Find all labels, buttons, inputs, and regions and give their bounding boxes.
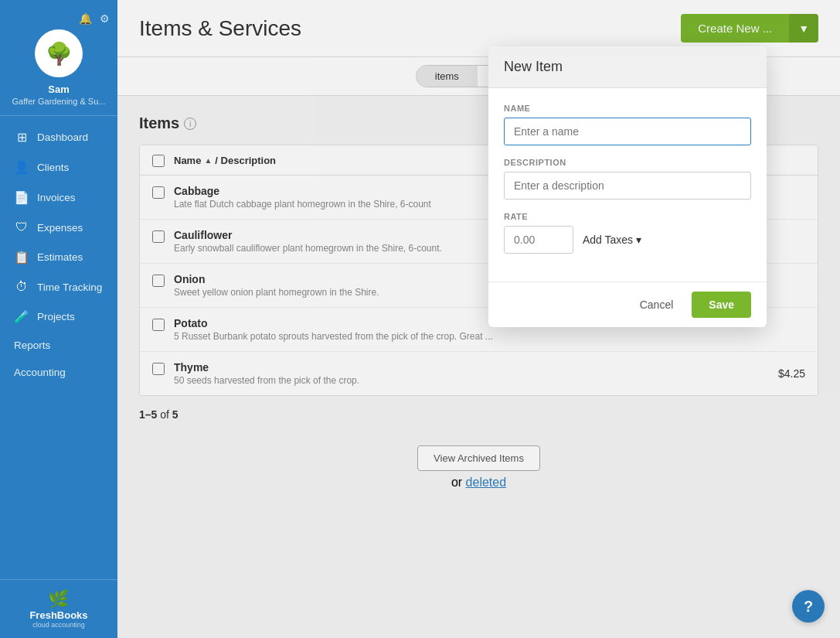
sidebar-item-expenses[interactable]: 🛡 Expenses: [0, 213, 117, 242]
description-input[interactable]: [504, 172, 751, 200]
notification-icon[interactable]: 🔔: [79, 12, 92, 25]
sidebar-item-dashboard[interactable]: ⊞ Dashboard: [0, 122, 117, 152]
freshbooks-logo: 🌿 FreshBooks cloud accounting: [29, 589, 87, 629]
sidebar-bottom: 🌿 FreshBooks cloud accounting: [0, 579, 117, 638]
sidebar-item-reports[interactable]: Reports: [0, 332, 117, 359]
sidebar-item-time-tracking[interactable]: ⏱ Time Tracking: [0, 272, 117, 302]
projects-icon: 🧪: [14, 309, 29, 324]
main-content: Items & Services Create New ... ▼ items …: [117, 0, 840, 638]
logo-tree-icon: 🌳: [46, 41, 73, 67]
add-taxes-button[interactable]: Add Taxes ▾: [583, 234, 641, 246]
sidebar-item-estimates[interactable]: 📋 Estimates: [0, 242, 117, 272]
rate-row: Add Taxes ▾: [504, 226, 751, 254]
sidebar-item-label: Expenses: [37, 222, 83, 234]
rate-label: RATE: [504, 212, 751, 221]
add-taxes-label: Add Taxes: [583, 234, 633, 246]
sidebar-item-projects[interactable]: 🧪 Projects: [0, 302, 117, 332]
rate-input[interactable]: [504, 226, 573, 254]
company-name: Gaffer Gardening & Su...: [12, 97, 106, 106]
sidebar-item-accounting[interactable]: Accounting: [0, 359, 117, 386]
company-logo: 🌳: [35, 29, 83, 77]
save-button[interactable]: Save: [692, 292, 751, 318]
sidebar-nav: ⊞ Dashboard 👤 Clients 📄 Invoices 🛡 Expen…: [0, 116, 117, 579]
new-item-modal: New Item NAME DESCRIPTION RATE Add Taxes…: [488, 46, 767, 327]
estimates-icon: 📋: [14, 250, 29, 264]
modal-footer: Cancel Save: [488, 281, 767, 327]
sidebar: 🔔 ⚙ 🌳 Sam Gaffer Gardening & Su... ⊞ Das…: [0, 0, 117, 638]
cancel-button[interactable]: Cancel: [631, 292, 683, 317]
sidebar-item-label: Dashboard: [37, 131, 88, 143]
sidebar-item-clients[interactable]: 👤 Clients: [0, 152, 117, 183]
sidebar-item-label: Clients: [37, 162, 69, 173]
expenses-icon: 🛡: [14, 220, 29, 234]
dashboard-icon: ⊞: [14, 130, 29, 145]
clients-icon: 👤: [14, 160, 29, 175]
modal-header: New Item: [488, 46, 767, 88]
time-tracking-icon: ⏱: [14, 280, 29, 294]
modal-body: NAME DESCRIPTION RATE Add Taxes ▾: [488, 88, 767, 281]
invoices-icon: 📄: [14, 190, 29, 205]
sidebar-item-invoices[interactable]: 📄 Invoices: [0, 183, 117, 213]
chevron-down-icon: ▾: [636, 234, 641, 246]
sidebar-item-label: Time Tracking: [37, 281, 102, 293]
settings-icon[interactable]: ⚙: [100, 12, 110, 25]
description-field: DESCRIPTION: [504, 158, 751, 200]
name-label: NAME: [504, 104, 751, 113]
rate-field: RATE Add Taxes ▾: [504, 212, 751, 254]
sidebar-item-label: Projects: [37, 311, 75, 322]
sidebar-top: 🔔 ⚙ 🌳 Sam Gaffer Gardening & Su...: [0, 0, 117, 116]
description-label: DESCRIPTION: [504, 158, 751, 167]
sidebar-item-label: Estimates: [37, 251, 83, 263]
username: Sam: [48, 84, 69, 95]
name-field: NAME: [504, 104, 751, 145]
name-input[interactable]: [504, 118, 751, 145]
sidebar-item-label: Invoices: [37, 192, 76, 203]
